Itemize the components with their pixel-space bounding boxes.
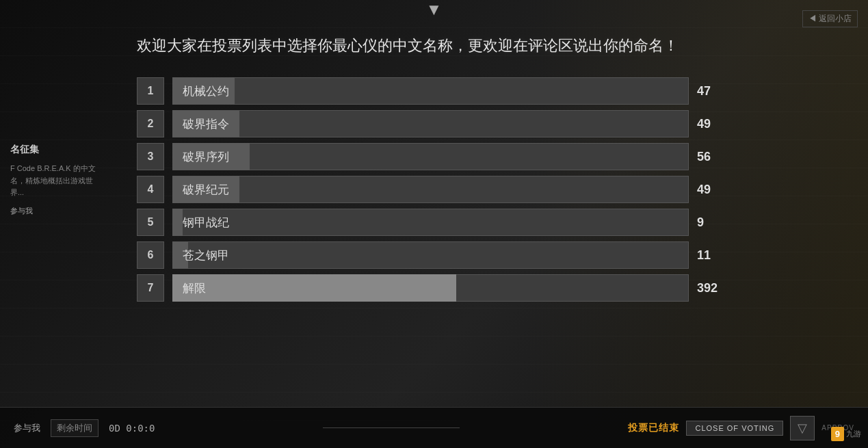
- vote-bar-container: 破界指令: [172, 110, 689, 137]
- vote-item[interactable]: 3 破界序列 56: [137, 143, 731, 170]
- vote-label: 破界指令: [172, 116, 239, 132]
- vote-list: 1 机械公约 47 2 破界指令 49 3 破界序列 56: [137, 77, 731, 302]
- vote-count: 11: [697, 248, 731, 263]
- vote-count: 56: [697, 150, 731, 164]
- vote-bar-container: 破界序列: [172, 143, 689, 170]
- vote-label: 解限: [172, 280, 216, 296]
- vote-bar-container: 破界纪元: [172, 176, 689, 203]
- vote-count: 9: [697, 215, 731, 230]
- bottom-center-section: [155, 427, 628, 428]
- vote-bar-background: [172, 110, 689, 137]
- vote-item[interactable]: 5 钢甲战纪 9: [137, 209, 731, 236]
- vote-label: 破界序列: [172, 149, 239, 165]
- corner-brand[interactable]: ◀ 返回小店: [802, 10, 858, 27]
- main-content: 欢迎大家在投票列表中选择你最心仪的中文名称，更欢迎在评论区说出你的命名！ 1 机…: [0, 0, 868, 302]
- vote-count: 392: [697, 281, 731, 295]
- vote-bar-background: [172, 77, 689, 105]
- vote-rank: 5: [137, 209, 164, 236]
- vote-item[interactable]: 2 破界指令 49: [137, 110, 731, 137]
- jiuyou-watermark: 9 九游: [831, 427, 861, 441]
- vote-item[interactable]: 6 苍之钢甲 11: [137, 241, 731, 269]
- checkmark-icon: ▽: [798, 421, 807, 436]
- vote-rank: 4: [137, 176, 164, 203]
- vote-rank: 3: [137, 143, 164, 170]
- vote-label: 破界纪元: [172, 182, 239, 198]
- vote-item[interactable]: 1 机械公约 47: [137, 77, 731, 105]
- bottom-bar: 参与我 剩余时间 0D 0:0:0 投票已结束 CLOSE OF VOTING …: [0, 407, 868, 448]
- vote-bar-background: [172, 143, 689, 170]
- bottom-right-section: 投票已结束 CLOSE OF VOTING ▽ APPROV: [628, 416, 854, 440]
- vote-item[interactable]: 7 解限 392: [137, 274, 731, 302]
- vote-bar-container: 机械公约: [172, 77, 689, 105]
- jiuyou-text: 九游: [846, 429, 861, 439]
- corner-label: ◀ 返回小店: [808, 14, 852, 23]
- time-label: 剩余时间: [51, 419, 98, 437]
- vote-bar-container: 钢甲战纪: [172, 209, 689, 236]
- vote-label: 机械公约: [172, 83, 239, 99]
- approve-button[interactable]: ▽: [790, 416, 815, 440]
- vote-rank: 7: [137, 274, 164, 302]
- vote-bar-container: 解限: [172, 274, 689, 302]
- vote-bar-background: [172, 241, 689, 269]
- time-value: 0D 0:0:0: [109, 423, 155, 434]
- vote-count: 47: [697, 84, 731, 98]
- vote-label: 苍之钢甲: [172, 248, 239, 263]
- vote-count: 49: [697, 183, 731, 197]
- vote-bar-container: 苍之钢甲: [172, 241, 689, 269]
- vote-closed-text: 投票已结束: [628, 422, 679, 434]
- vote-bar-background: [172, 176, 689, 203]
- vote-rank: 2: [137, 110, 164, 137]
- header-description: 欢迎大家在投票列表中选择你最心仪的中文名称，更欢迎在评论区说出你的命名！: [137, 34, 731, 57]
- vote-rank: 1: [137, 77, 164, 105]
- divider-line: [323, 427, 460, 428]
- jiuyou-logo: 9: [831, 427, 844, 441]
- vote-item[interactable]: 4 破界纪元 49: [137, 176, 731, 203]
- vote-rank: 6: [137, 241, 164, 269]
- close-of-voting-button[interactable]: CLOSE OF VOTING: [686, 421, 783, 436]
- bottom-left-section: 参与我 剩余时间 0D 0:0:0: [14, 419, 155, 437]
- participation-label: 参与我: [14, 422, 40, 434]
- vote-count: 49: [697, 117, 731, 131]
- vote-label: 钢甲战纪: [172, 215, 239, 230]
- vote-bar-background: [172, 209, 689, 236]
